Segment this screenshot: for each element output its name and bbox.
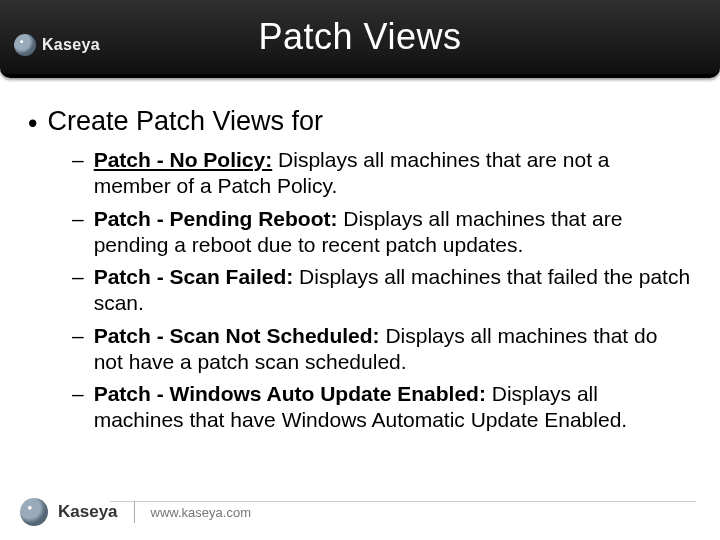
list-item-body: Patch - Windows Auto Update Enabled: Dis… <box>94 381 692 434</box>
list-item-body: Patch - No Policy: Displays all machines… <box>94 147 692 200</box>
brand-name-footer: Kaseya <box>58 502 118 522</box>
vertical-divider <box>134 501 135 523</box>
lead-text: Create Patch Views for <box>47 106 323 137</box>
dash-icon: – <box>72 381 84 434</box>
lead-bullet: • Create Patch Views for <box>28 106 692 137</box>
list-item-body: Patch - Pending Reboot: Displays all mac… <box>94 206 692 259</box>
bullet-dot-icon: • <box>28 110 37 137</box>
list-item-body: Patch - Scan Not Scheduled: Displays all… <box>94 323 692 376</box>
sphere-icon <box>20 498 48 526</box>
slide-footer: Kaseya www.kaseya.com <box>20 498 251 526</box>
dash-icon: – <box>72 147 84 200</box>
list-item-body: Patch - Scan Failed: Displays all machin… <box>94 264 692 317</box>
list-item-label: Patch - Pending Reboot: <box>94 207 338 230</box>
list-item-label: Patch - Windows Auto Update Enabled: <box>94 382 486 405</box>
slide-title: Patch Views <box>0 16 720 58</box>
slide-body: • Create Patch Views for – Patch - No Po… <box>0 84 720 434</box>
list-item: – Patch - Scan Failed: Displays all mach… <box>72 264 692 317</box>
list-item: – Patch - No Policy: Displays all machin… <box>72 147 692 200</box>
slide: Kaseya Patch Views • Create Patch Views … <box>0 0 720 540</box>
footer-url: www.kaseya.com <box>151 505 251 520</box>
view-list: – Patch - No Policy: Displays all machin… <box>72 147 692 434</box>
list-item: – Patch - Windows Auto Update Enabled: D… <box>72 381 692 434</box>
dash-icon: – <box>72 206 84 259</box>
list-item-label: Patch - Scan Not Scheduled: <box>94 324 380 347</box>
list-item-label: Patch - Scan Failed: <box>94 265 294 288</box>
dash-icon: – <box>72 264 84 317</box>
list-item-label: Patch - No Policy: <box>94 148 273 171</box>
slide-header: Kaseya Patch Views <box>0 0 720 84</box>
list-item: – Patch - Pending Reboot: Displays all m… <box>72 206 692 259</box>
dash-icon: – <box>72 323 84 376</box>
list-item: – Patch - Scan Not Scheduled: Displays a… <box>72 323 692 376</box>
